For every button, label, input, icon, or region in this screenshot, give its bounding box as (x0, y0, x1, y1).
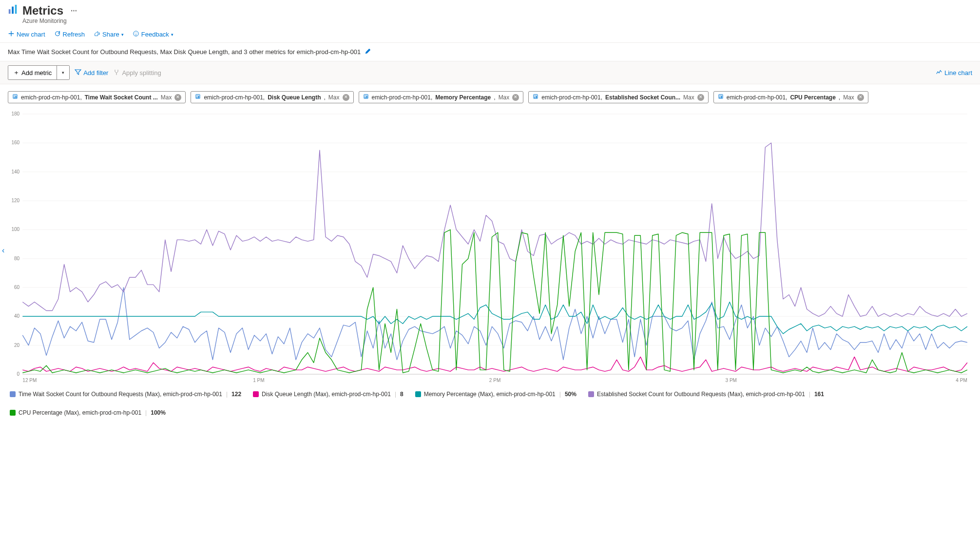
svg-rect-6 (13, 95, 18, 99)
add-metric-group: ＋ Add metric ▾ (8, 65, 70, 80)
legend-label: CPU Percentage (Max), emich-prod-cm-hp-0… (19, 409, 141, 416)
legend-swatch (253, 391, 259, 397)
svg-text:12 PM: 12 PM (22, 378, 37, 383)
new-chart-label: New chart (17, 31, 45, 38)
svg-point-3 (134, 31, 139, 37)
metric-chips-row: emich-prod-cm-hp-001, Time Wait Socket C… (0, 84, 980, 106)
chip-metric: Established Socket Coun... (605, 94, 680, 101)
resource-icon (533, 94, 538, 101)
svg-text:0: 0 (17, 371, 20, 377)
metric-chip[interactable]: emich-prod-cm-hp-001, Time Wait Socket C… (8, 91, 186, 103)
filter-icon (75, 69, 81, 77)
svg-rect-9 (196, 95, 200, 99)
legend-value: 122 (231, 391, 241, 398)
metric-chip[interactable]: emich-prod-cm-hp-001, Disk Queue Length,… (191, 91, 353, 103)
remove-chip-button[interactable]: ✕ (857, 94, 864, 101)
chart-container: ‹ 02040608010012014016018012 PM1 PM2 PM3… (0, 106, 980, 386)
svg-text:4 PM: 4 PM (956, 378, 967, 383)
chip-resource: emich-prod-cm-hp-001, (21, 94, 82, 101)
add-filter-label: Add filter (83, 69, 108, 77)
chip-metric: Time Wait Socket Count ... (85, 94, 158, 101)
svg-rect-12 (364, 95, 368, 99)
page-header: Metrics Azure Monitoring ⋯ (0, 0, 980, 26)
refresh-label: Refresh (63, 31, 85, 38)
svg-text:80: 80 (14, 256, 20, 261)
chevron-down-icon: ▾ (62, 70, 64, 75)
legend-value: 50% (565, 391, 576, 398)
metric-chip[interactable]: emich-prod-cm-hp-001, Established Socket… (528, 91, 708, 103)
chart-legend: Time Wait Socket Count for Outbound Requ… (0, 386, 980, 426)
svg-point-5 (136, 33, 137, 33)
legend-swatch (588, 391, 594, 397)
metric-chip[interactable]: emich-prod-cm-hp-001, CPU Percentage, Ma… (713, 91, 868, 103)
chip-resource: emich-prod-cm-hp-001, (541, 94, 602, 101)
refresh-icon (54, 30, 61, 38)
refresh-button[interactable]: Refresh (54, 30, 85, 38)
add-metric-label: Add metric (21, 69, 52, 77)
add-metric-button[interactable]: ＋ Add metric (8, 66, 57, 79)
resource-icon (12, 94, 18, 101)
legend-swatch (10, 391, 16, 397)
svg-text:140: 140 (11, 169, 19, 174)
chevron-down-icon: ▾ (171, 32, 173, 37)
remove-chip-button[interactable]: ✕ (697, 94, 704, 101)
svg-text:180: 180 (11, 111, 19, 116)
legend-item[interactable]: Memory Percentage (Max), emich-prod-cm-h… (415, 391, 576, 398)
chart-description-text: Max Time Wait Socket Count for Outbound … (8, 48, 361, 56)
legend-label: Established Socket Count for Outbound Re… (597, 391, 805, 398)
svg-text:40: 40 (14, 313, 20, 319)
add-filter-button[interactable]: Add filter (75, 69, 108, 77)
svg-point-4 (135, 33, 135, 33)
resource-icon (718, 94, 724, 101)
legend-item[interactable]: Disk Queue Length (Max), emich-prod-cm-h… (253, 391, 404, 398)
chip-resource: emich-prod-cm-hp-001, (204, 94, 265, 101)
legend-swatch (415, 391, 421, 397)
metric-toolbar: ＋ Add metric ▾ Add filter Apply splittin… (0, 61, 980, 84)
chip-resource: emich-prod-cm-hp-001, (727, 94, 788, 101)
legend-separator: | (145, 409, 147, 416)
chip-metric: Memory Percentage (435, 94, 491, 101)
feedback-button[interactable]: Feedback ▾ (133, 30, 173, 38)
chip-aggregation: Max (499, 94, 510, 101)
svg-text:60: 60 (14, 285, 20, 290)
apply-splitting-label: Apply splitting (122, 69, 161, 77)
collapse-caret-button[interactable]: ‹ (2, 246, 4, 255)
plus-icon: ＋ (13, 68, 19, 77)
svg-rect-16 (535, 97, 536, 98)
svg-rect-11 (198, 96, 199, 98)
svg-text:160: 160 (11, 140, 19, 145)
page-title: Metrics (22, 4, 67, 18)
chart-description-bar: Max Time Wait Socket Count for Outbound … (0, 43, 980, 61)
svg-rect-15 (534, 95, 538, 99)
svg-rect-2 (15, 5, 17, 14)
metric-chip[interactable]: emich-prod-cm-hp-001, Memory Percentage,… (359, 91, 524, 103)
remove-chip-button[interactable]: ✕ (512, 94, 519, 101)
share-label: Share (102, 31, 119, 38)
legend-item[interactable]: Established Socket Count for Outbound Re… (588, 391, 824, 398)
more-actions-button[interactable]: ⋯ (71, 7, 78, 14)
remove-chip-button[interactable]: ✕ (343, 94, 349, 101)
resource-icon (195, 94, 201, 101)
share-icon (94, 30, 100, 38)
add-metric-dropdown[interactable]: ▾ (57, 66, 69, 79)
line-chart-icon (936, 69, 942, 77)
metrics-app-icon (8, 4, 19, 16)
svg-rect-1 (12, 7, 14, 14)
right-tools: Line chart (936, 69, 972, 77)
legend-value: 8 (400, 391, 404, 398)
new-chart-button[interactable]: New chart (8, 30, 45, 38)
chart-type-selector[interactable]: Line chart (936, 69, 972, 77)
legend-item[interactable]: Time Wait Socket Count for Outbound Requ… (10, 391, 241, 398)
chip-metric: Disk Queue Length (268, 94, 321, 101)
line-chart[interactable]: 02040608010012014016018012 PM1 PM2 PM3 P… (8, 111, 972, 384)
share-button[interactable]: Share ▾ (94, 30, 124, 38)
svg-text:120: 120 (11, 198, 19, 203)
legend-label: Disk Queue Length (Max), emich-prod-cm-h… (262, 391, 391, 398)
legend-item[interactable]: CPU Percentage (Max), emich-prod-cm-hp-0… (10, 409, 166, 416)
edit-title-button[interactable] (365, 48, 371, 56)
remove-chip-button[interactable]: ✕ (174, 94, 181, 101)
chip-metric: CPU Percentage (790, 94, 835, 101)
svg-text:2 PM: 2 PM (489, 378, 501, 383)
resource-icon (363, 94, 369, 101)
svg-rect-19 (719, 97, 720, 98)
